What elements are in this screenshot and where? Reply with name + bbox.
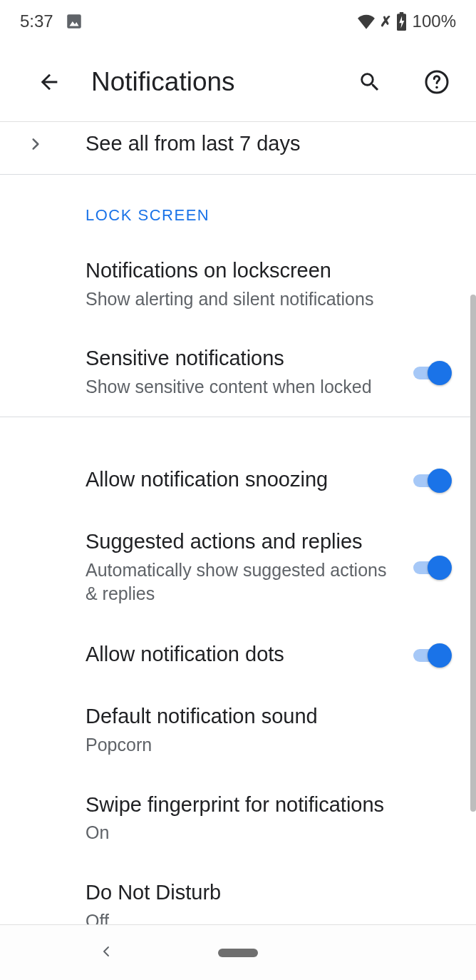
setting-subtitle: Automatically show suggested actions & r… [86,558,398,607]
back-arrow-icon[interactable] [34,67,64,97]
section-gap [0,417,476,449]
setting-sensitive-notifications[interactable]: Sensitive notifications Show sensitive c… [0,328,476,416]
setting-subtitle: Popcorn [86,733,440,757]
battery-percent: 100% [413,11,456,31]
setting-title: Swipe fingerprint for notifications [86,792,440,819]
setting-notifications-on-lockscreen[interactable]: Notifications on lockscreen Show alertin… [0,240,476,328]
svg-point-6 [435,86,438,89]
status-right: ✗ 100% [357,11,456,31]
setting-title: Allow notification snoozing [86,466,398,494]
setting-subtitle: Show alerting and silent notifications [86,287,440,312]
data-off-icon: ✗ [380,13,392,30]
status-left: 5:37 [20,11,83,31]
setting-suggested-actions[interactable]: Suggested actions and replies Automatica… [0,511,476,623]
chevron-right-icon [21,137,50,151]
setting-swipe-fingerprint[interactable]: Swipe fingerprint for notifications On [0,775,476,862]
setting-title: Suggested actions and replies [86,529,398,556]
svg-rect-0 [67,14,81,29]
setting-subtitle: Off [86,909,440,925]
setting-allow-snoozing[interactable]: Allow notification snoozing [0,449,476,511]
setting-title: Default notification sound [86,703,440,730]
nav-back-icon[interactable] [100,945,113,961]
status-bar: 5:37 ✗ 100% [0,0,476,43]
nav-home-pill[interactable] [218,949,258,957]
setting-subtitle: On [86,821,440,845]
toggle-allow-snoozing[interactable] [409,466,452,494]
help-icon[interactable] [422,67,452,97]
app-bar: Notifications [0,43,476,121]
setting-allow-dots[interactable]: Allow notification dots [0,623,476,686]
scrollbar[interactable] [470,295,476,812]
toggle-suggested-actions[interactable] [409,553,452,581]
page-title: Notifications [91,67,318,97]
search-icon[interactable] [355,67,385,97]
toggle-sensitive-notifications[interactable] [409,358,452,387]
see-all-label: See all from last 7 days [86,132,300,155]
navigation-bar [0,924,476,980]
see-all-row[interactable]: See all from last 7 days [0,122,476,174]
setting-title: Notifications on lockscreen [86,257,440,285]
status-time: 5:37 [20,11,53,31]
setting-default-sound[interactable]: Default notification sound Popcorn [0,686,476,774]
battery-charging-icon [396,12,407,31]
setting-title: Sensitive notifications [86,345,398,372]
setting-do-not-disturb[interactable]: Do Not Disturb Off [0,862,476,925]
setting-title: Allow notification dots [86,641,398,668]
svg-rect-3 [399,12,403,14]
lock-screen-header: LOCK SCREEN [0,175,476,240]
image-icon [65,12,83,31]
content[interactable]: See all from last 7 days LOCK SCREEN Not… [0,122,476,925]
setting-title: Do Not Disturb [86,879,440,907]
setting-subtitle: Show sensitive content when locked [86,375,398,399]
wifi-icon [357,14,376,29]
toggle-allow-dots[interactable] [409,640,452,669]
